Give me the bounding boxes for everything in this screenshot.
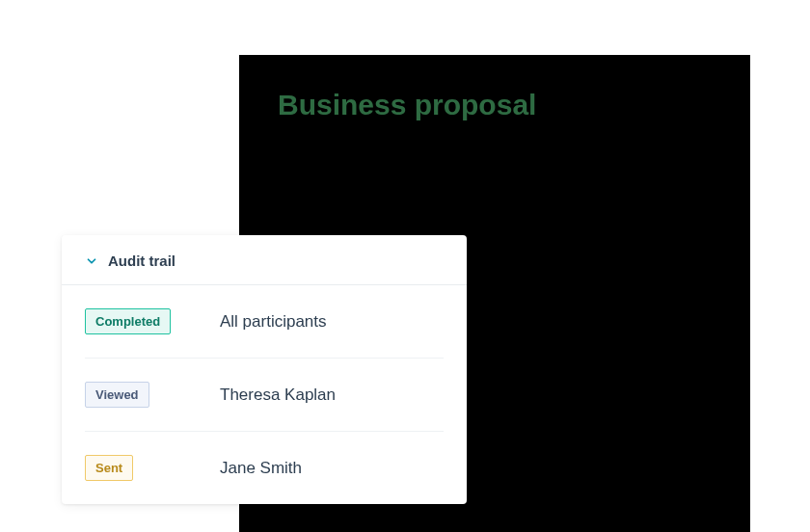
- status-badge-viewed: Viewed: [85, 382, 149, 408]
- audit-row: Completed All participants: [85, 285, 444, 359]
- participant-name: Theresa Kaplan: [220, 386, 336, 405]
- audit-trail-body: Completed All participants Viewed Theres…: [62, 285, 467, 504]
- status-badge-sent: Sent: [85, 455, 133, 481]
- status-column: Completed: [85, 308, 220, 334]
- status-column: Sent: [85, 455, 220, 481]
- audit-row: Sent Jane Smith: [85, 432, 444, 504]
- audit-trail-header[interactable]: Audit trail: [62, 235, 467, 285]
- participant-name: All participants: [220, 312, 327, 332]
- audit-trail-card: Audit trail Completed All participants V…: [62, 235, 467, 504]
- document-title: Business proposal: [278, 89, 536, 121]
- audit-trail-title: Audit trail: [108, 253, 176, 269]
- chevron-down-icon: [85, 254, 98, 268]
- status-badge-completed: Completed: [85, 308, 171, 334]
- status-column: Viewed: [85, 382, 220, 408]
- audit-row: Viewed Theresa Kaplan: [85, 359, 444, 432]
- participant-name: Jane Smith: [220, 459, 302, 478]
